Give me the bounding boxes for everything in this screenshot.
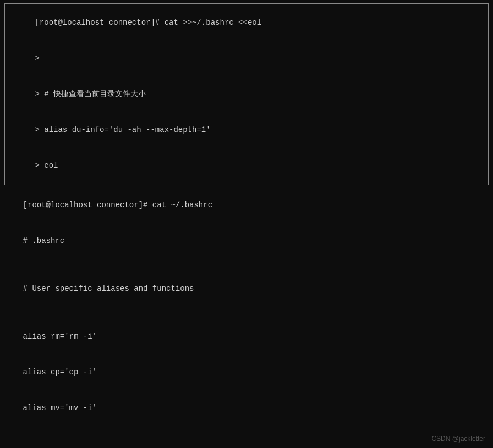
line-blank1 — [4, 259, 489, 271]
line-heredoc-4: > eol — [7, 148, 486, 184]
line-heredoc-1: > — [7, 41, 486, 76]
line-cat-heredoc: [root@localhost connector]# cat >>~/.bas… — [7, 5, 486, 41]
watermark: CSDN @jackletter — [431, 435, 485, 443]
line-blank2 — [4, 307, 489, 319]
heredoc-block: [root@localhost connector]# cat >>~/.bas… — [4, 3, 489, 185]
terminal: [root@localhost connector]# cat >>~/.bas… — [0, 0, 493, 448]
line-heredoc-3: > alias du-info='du -ah --max-depth=1' — [7, 112, 486, 148]
line-blank3 — [4, 426, 489, 438]
line-source-global: # Source global definitions — [4, 438, 489, 448]
line-alias-rm: alias rm='rm -i' — [4, 319, 489, 355]
line-alias-cp: alias cp='cp -i' — [4, 355, 489, 390]
line-user-aliases: # User specific aliases and functions — [4, 271, 489, 307]
line-bashrc-comment: # .bashrc — [4, 223, 489, 259]
line-cat-bashrc: [root@localhost connector]# cat ~/.bashr… — [4, 187, 489, 223]
line-heredoc-2: > # 快捷查看当前目录文件大小 — [7, 76, 486, 112]
line-alias-mv: alias mv='mv -i' — [4, 390, 489, 426]
